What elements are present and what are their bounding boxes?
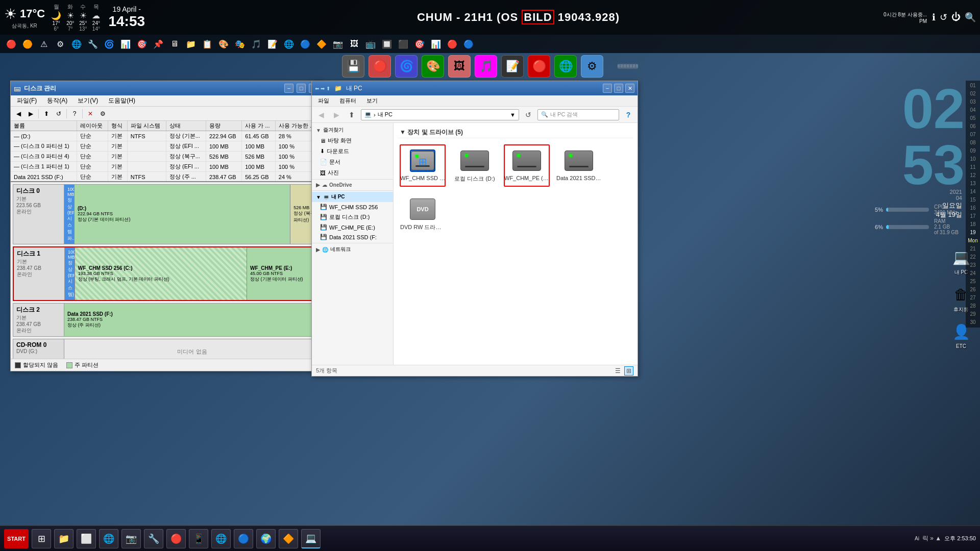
fe-minimize-btn[interactable]: −: [603, 84, 612, 93]
taskbar-app-browser[interactable]: 🌐: [99, 529, 118, 548]
iconbar-item-7[interactable]: 🌀: [102, 37, 116, 51]
iconbar-item-15[interactable]: 🎭: [233, 37, 247, 51]
iconbar-item-10[interactable]: 📌: [151, 37, 165, 51]
fe-maximize-btn[interactable]: □: [614, 84, 623, 93]
iconbar-item-1[interactable]: 🔴: [4, 37, 18, 51]
taskbar-app-windows[interactable]: ⊞: [32, 529, 51, 548]
drive-item-c[interactable]: ⊞ WF_CHM SSD 256 (C:): [400, 144, 446, 187]
iconbar-item-25[interactable]: ⬛: [396, 37, 410, 51]
taskbar-app-orange[interactable]: 🔶: [279, 529, 298, 548]
fe-menu-view[interactable]: 보기: [362, 96, 382, 106]
disk-mgmt-menu-file[interactable]: 파일(F): [13, 95, 41, 106]
disk-1-part-e[interactable]: WF_CHM_PE (E:) 45.00 GB NTFS 정상 (기본 데이터 …: [247, 247, 318, 300]
table-row[interactable]: — (디스크 1 파티션 1) 단순 기본 정상 (EFI ... 100 MB…: [11, 162, 321, 172]
dock-icon-7[interactable]: 📝: [501, 55, 524, 78]
toolbar-delete-btn[interactable]: ✕: [85, 108, 96, 119]
taskbar-app-computer[interactable]: 💻: [301, 529, 321, 548]
fe-help-btn[interactable]: ?: [622, 109, 634, 121]
section-expand-icon[interactable]: ▼: [400, 129, 406, 136]
taskbar-app-camera[interactable]: 📷: [121, 529, 141, 548]
dock-icon-5[interactable]: 🖼: [448, 55, 471, 78]
sidebar-item-wf-ssd[interactable]: 💾 WF_CHM SSD 256: [312, 202, 393, 212]
dock-icon-4[interactable]: 🎨: [422, 55, 444, 78]
iconbar-item-12[interactable]: 📁: [184, 37, 198, 51]
iconbar-item-21[interactable]: 📷: [331, 37, 345, 51]
fe-refresh-btn[interactable]: ↺: [522, 109, 534, 121]
fe-back-btn[interactable]: ◀: [315, 109, 327, 121]
iconbar-item-6[interactable]: 🔧: [86, 37, 100, 51]
toolbar-up-btn[interactable]: ⬆: [41, 108, 52, 119]
sidebar-section-mypc[interactable]: ▼ 💻 내 PC: [312, 192, 393, 202]
taskbar-app-settings[interactable]: 🔧: [144, 529, 163, 548]
taskbar-app-blank[interactable]: ⬜: [77, 529, 96, 548]
taskbar-app-web[interactable]: 🌐: [211, 529, 231, 548]
toolbar-back-btn[interactable]: ◀: [13, 108, 24, 119]
disk-1-part-efi[interactable]: 100 MB 정상 (EFI 시스템): [65, 247, 75, 300]
sidebar-item-documents[interactable]: 📄 문서: [312, 157, 393, 167]
dock-icon-10[interactable]: ⚙: [581, 55, 603, 78]
drive-item-g[interactable]: DVD DVD RW 드라이브 (G:): [400, 193, 446, 235]
iconbar-item-5[interactable]: 🌐: [69, 37, 84, 51]
disk-0-part-d[interactable]: (D:) 222.94 GB NTFS 정상 (기본 데이터 파티션): [75, 185, 290, 244]
taskbar-app-phone[interactable]: 📱: [189, 529, 208, 548]
sys-tray-icons[interactable]: 릭 » ▲: [922, 534, 941, 543]
iconbar-item-3[interactable]: ⚠: [37, 37, 51, 51]
table-row[interactable]: — (디스크 0 파티션 1) 단순 기본 정상 (EFI ... 100 MB…: [11, 141, 321, 152]
view-list-btn[interactable]: ☰: [613, 366, 622, 375]
dock-icon-9[interactable]: 🌐: [554, 55, 577, 78]
sidebar-item-desktop[interactable]: 🖥 바탕 화면: [312, 135, 393, 146]
address-dropdown-icon[interactable]: ▼: [510, 112, 516, 118]
dock-icon-8[interactable]: 🔴: [528, 55, 550, 78]
dock-icon-6[interactable]: 🎵: [475, 55, 497, 78]
toolbar-help-btn[interactable]: ?: [69, 108, 80, 119]
sidebar-item-wfchm-pe[interactable]: 💾 WF_CHM_PE (E:): [312, 222, 393, 232]
fe-search-box[interactable]: 🔍 내 PC 검색: [537, 109, 619, 120]
taskbar-app-files[interactable]: 📁: [54, 529, 74, 548]
table-row[interactable]: — (디스크 0 파티션 4) 단순 기본 정상 (복구... 526 MB 5…: [11, 152, 321, 162]
dock-icon-3[interactable]: 🌀: [395, 55, 418, 78]
iconbar-item-24[interactable]: 🔲: [380, 37, 394, 51]
sidebar-section-network[interactable]: ▶ 🌐 네트워크: [312, 244, 393, 255]
drive-item-f[interactable]: Data 2021 SSD (F:): [556, 144, 602, 187]
toolbar-fwd-btn[interactable]: ▶: [25, 108, 36, 119]
fe-forward-btn[interactable]: ▶: [330, 109, 342, 121]
taskbar-app-blue[interactable]: 🔵: [234, 529, 253, 548]
refresh-icon[interactable]: ↺: [940, 12, 947, 23]
fe-menu-computer[interactable]: 컴퓨터: [335, 96, 360, 106]
disk-mgmt-menu-action[interactable]: 동작(A): [43, 95, 71, 106]
disk-2-part-f[interactable]: Data 2021 SSD (F:) 238.47 GB NTFS 정상 (주 …: [64, 304, 318, 336]
iconbar-item-18[interactable]: 🌐: [282, 37, 296, 51]
iconbar-item-27[interactable]: 📊: [429, 37, 443, 51]
toolbar-refresh-btn[interactable]: ↺: [53, 108, 64, 119]
iconbar-item-29[interactable]: 🔵: [461, 37, 476, 51]
iconbar-item-22[interactable]: 🖼: [347, 37, 361, 51]
search-icon[interactable]: 🔍: [965, 12, 976, 23]
drive-item-e[interactable]: WF_CHM_PE (E:): [504, 144, 550, 187]
table-row[interactable]: — (D:) 단순 기본 NTFS 정상 (기본... 222.94 GB 61…: [11, 131, 321, 141]
fe-close-btn[interactable]: ✕: [625, 84, 634, 93]
iconbar-item-11[interactable]: 🖥: [167, 37, 182, 51]
iconbar-item-4[interactable]: ⚙: [53, 37, 67, 51]
iconbar-item-17[interactable]: 📝: [265, 37, 280, 51]
iconbar-item-13[interactable]: 📋: [200, 37, 214, 51]
view-grid-btn[interactable]: ⊞: [624, 366, 633, 375]
dock-icon-2[interactable]: 🔴: [369, 55, 391, 78]
disk-mgmt-menu-help[interactable]: 도움말(H): [104, 95, 139, 106]
disk-mgmt-minimize-btn[interactable]: −: [284, 84, 293, 93]
sidebar-item-local-d[interactable]: 💾 로컬 디스크 (D:): [312, 212, 393, 222]
iconbar-item-14[interactable]: 🎨: [216, 37, 231, 51]
table-row[interactable]: Data 2021 SSD (F:) 단순 기본 NTFS 정상 (주 ... …: [11, 172, 321, 182]
disk-0-part-efi[interactable]: 100 MB 정상 (EFI 시스템 파...: [64, 185, 75, 244]
disk-1-part-c[interactable]: WF_CHM SSD 256 (C:) 193.38 GB NTFS 정상 (부…: [75, 247, 247, 300]
iconbar-item-8[interactable]: 📊: [118, 37, 133, 51]
disk-mgmt-menu-view[interactable]: 보기(V): [74, 95, 102, 106]
iconbar-item-2[interactable]: 🟠: [20, 37, 35, 51]
dock-icon-1[interactable]: 💾: [342, 55, 364, 78]
fe-address-bar[interactable]: 💻 › 내 PC ▼: [361, 109, 519, 120]
fe-up-btn[interactable]: ⬆: [346, 109, 358, 121]
fe-menu-file[interactable]: 파일: [314, 96, 333, 106]
info-icon[interactable]: ℹ: [932, 12, 936, 23]
sidebar-item-data-ssd[interactable]: 💾 Data 2021 SSD (F:: [312, 232, 393, 242]
drive-item-d[interactable]: 로컬 디스크 (D:): [452, 144, 498, 187]
toolbar-properties-btn[interactable]: ⚙: [97, 108, 108, 119]
